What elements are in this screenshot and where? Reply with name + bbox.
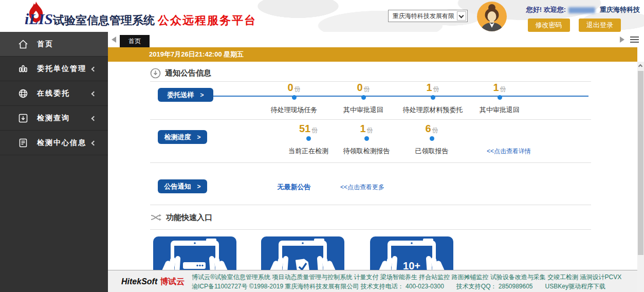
tab-home[interactable]: 首页 — [120, 35, 150, 47]
shuffle-icon — [150, 212, 162, 223]
stat-dot — [430, 136, 434, 141]
company-select[interactable]: 重庆海特科技发展有限 — [388, 10, 468, 22]
no-announcement-message: 无最新公告 — [260, 182, 328, 192]
notice-section-title: 通知公告信息 — [165, 68, 211, 78]
redacted-username — [568, 7, 595, 13]
welcome-company: 重庆海特科技 — [600, 6, 640, 13]
scrollbar-thumb[interactable] — [638, 71, 643, 255]
download-icon — [17, 113, 29, 124]
stat-dot — [361, 95, 366, 100]
chevron-right-icon: > — [197, 134, 200, 141]
stat-dot — [498, 95, 502, 100]
welcome-greeting: 您好! 欢迎您: — [526, 6, 566, 13]
bar-chart-icon — [17, 63, 29, 75]
company-select-value: 重庆海特科技发展有限 — [393, 12, 454, 20]
chevron-right-icon: > — [197, 183, 200, 190]
tablet-hands-ten-plus-icon: 10+ — [370, 236, 453, 270]
hiteksoft-logo: HitekSoft博试云 — [121, 277, 185, 287]
stat-approval-returned-2: 1份 其中审批退回 — [465, 82, 534, 115]
sidebar-item-test-center-info[interactable]: 检测中心信息 — [0, 131, 108, 155]
sidebar-item-home[interactable]: 首页 — [0, 32, 108, 57]
stat-dot — [431, 95, 435, 100]
welcome-block: 您好! 欢迎您:重庆海特科技 修改密码 退出登录 — [521, 5, 640, 32]
quick-entry-card-ten-plus[interactable]: 10+ — [370, 236, 453, 270]
tab-scroll-left-icon[interactable] — [112, 36, 116, 43]
sidebar-item-label: 检测中心信息 — [37, 138, 86, 148]
sidebar-item-label: 在线委托 — [37, 89, 70, 98]
test-progress-button[interactable]: 检测进度> — [158, 130, 207, 144]
tablet-hands-dots-icon — [153, 236, 236, 270]
tab-bar: 首页 — [108, 32, 644, 47]
stat-dot — [364, 136, 369, 141]
commission-sample-button[interactable]: 委托送样> — [158, 88, 213, 102]
divider — [150, 229, 591, 230]
quick-entry-card-mobile[interactable] — [153, 236, 236, 270]
view-details-link[interactable]: <<点击查看详情 — [463, 147, 555, 156]
chevron-left-icon — [91, 116, 97, 121]
download-circle-icon — [150, 68, 161, 79]
chevron-left-icon — [91, 92, 97, 97]
logo-title: 试验室信息管理系统 — [53, 14, 155, 27]
main-content: 通知公告信息 委托送样> 0份 待处理现场任务 0份 其中审批退回 1份 待处理… — [108, 62, 637, 270]
divider — [150, 162, 591, 163]
scroll-up-icon[interactable] — [637, 62, 644, 70]
sidebar-item-online-commission[interactable]: 在线委托 — [0, 81, 108, 106]
announcement-button[interactable]: 公告通知> — [158, 179, 207, 193]
current-datetime: 2019年7月26日21:42:00 星期五 — [108, 47, 637, 62]
sidebar-item-label: 检测查询 — [37, 114, 70, 123]
logo-subtitle: 公众远程服务平台 — [158, 14, 256, 27]
vertical-scrollbar[interactable] — [637, 62, 644, 292]
sidebar-item-client-management[interactable]: 委托单位管理 — [0, 57, 108, 81]
sidebar-item-label: 首页 — [37, 40, 53, 49]
logo-ilis-text: iLIS — [25, 10, 53, 27]
stat-pending-field-tasks: 0份 待处理现场任务 — [260, 82, 328, 115]
tab-list-menu-icon[interactable] — [630, 36, 639, 44]
footer-products-line: 博试云®试验室信息管理系统 项目动态质量管理与控制系统 计量支付 梁场智能养生 … — [192, 272, 621, 282]
divider — [150, 205, 591, 205]
logout-button[interactable]: 退出登录 — [579, 19, 621, 32]
footer-copyright-line: 渝ICP备11002727号 ©1998-2019 重庆海特科技发展有限公司 技… — [192, 282, 621, 291]
footer: HitekSoft博试云 博试云®试验室信息管理系统 项目动态质量管理与控制系统… — [108, 270, 644, 292]
divider — [150, 81, 591, 82]
stat-reports-collected: 6份 已领取报告 — [397, 123, 466, 156]
stat-reports-to-collect: 1份 待领取检测报告 — [332, 123, 401, 156]
tablet-hands-check-icon — [261, 236, 344, 270]
home-icon — [17, 39, 29, 50]
tab-scroll-right-icon[interactable] — [620, 36, 624, 43]
avatar — [477, 2, 507, 31]
sidebar: 首页 委托单位管理 在线委托 检测查询 检测中 — [0, 32, 108, 292]
divider — [150, 119, 591, 120]
sidebar-item-test-query[interactable]: 检测查询 — [0, 106, 108, 131]
change-password-button[interactable]: 修改密码 — [528, 19, 570, 32]
globe-icon — [17, 88, 29, 99]
stat-pending-raw-material: 1份 待处理原材料预委托 — [398, 82, 467, 115]
chevron-left-icon — [91, 141, 97, 146]
header: iLIS试验室信息管理系统公众远程服务平台 重庆海特科技发展有限 您好! 欢迎您… — [0, 0, 644, 32]
stat-dot — [306, 136, 311, 141]
view-more-link[interactable]: <<点击查看更多 — [324, 183, 401, 192]
sidebar-item-label: 委托单位管理 — [37, 64, 86, 74]
ten-plus-badge: 10+ — [403, 260, 420, 270]
chevron-down-icon — [457, 11, 466, 21]
date-bar: 2019年7月26日21:42:00 星期五 — [108, 47, 637, 62]
document-icon — [17, 137, 29, 149]
chevron-right-icon: > — [200, 92, 204, 99]
quick-entry-section-title: 功能快速入口 — [166, 213, 212, 223]
chevron-left-icon — [91, 67, 97, 72]
app-window: iLIS试验室信息管理系统公众远程服务平台 重庆海特科技发展有限 您好! 欢迎您… — [0, 0, 644, 292]
stat-dot — [292, 95, 297, 100]
stat-approval-returned-1: 0份 其中审批退回 — [329, 82, 398, 115]
quick-entry-card-report[interactable] — [261, 236, 344, 270]
